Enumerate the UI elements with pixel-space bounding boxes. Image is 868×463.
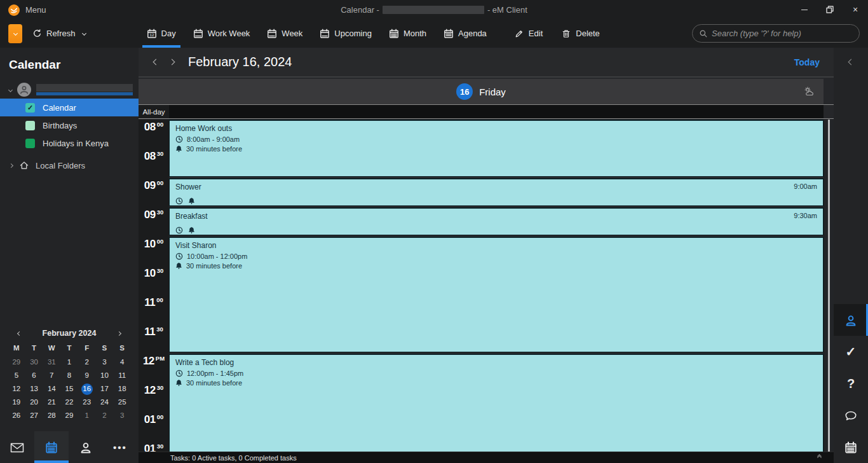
mini-calendar-day[interactable]: 12 <box>8 384 25 394</box>
scrollbar-thumb[interactable] <box>828 120 830 452</box>
tab-month[interactable]: Month <box>389 19 426 48</box>
mini-calendar-day[interactable]: 2 <box>78 357 96 368</box>
tab-work-week[interactable]: Work Week <box>193 19 250 48</box>
weather-icon[interactable] <box>803 85 815 97</box>
mini-calendar-day[interactable]: 29 <box>8 357 25 368</box>
sidebar-item-calendar[interactable]: ✓Calendar <box>0 99 139 116</box>
next-day-button[interactable] <box>169 59 175 66</box>
mini-calendar-day[interactable]: 22 <box>60 397 78 408</box>
mini-calendar-day[interactable]: 2 <box>96 410 114 421</box>
mini-calendar-day[interactable]: 29 <box>60 410 78 421</box>
calendar-event[interactable]: Shower9:00am <box>169 178 824 206</box>
app-nav-contacts[interactable] <box>69 431 103 463</box>
calendar-checkbox[interactable]: ✓ <box>25 103 35 113</box>
mini-calendar-day[interactable]: 17 <box>96 384 114 394</box>
mini-calendar-day[interactable]: 5 <box>8 370 25 381</box>
mini-calendar-day[interactable]: 6 <box>25 370 43 381</box>
clock-icon <box>175 224 183 235</box>
today-button[interactable]: Today <box>794 57 820 67</box>
day-header[interactable]: 16 Friday <box>139 79 824 104</box>
sidebar-item-birthdays[interactable]: Birthdays <box>0 116 139 134</box>
calendar-color-swatch[interactable] <box>25 139 35 148</box>
mini-calendar-day[interactable]: 21 <box>43 397 60 408</box>
calendar-event[interactable]: Write a Tech blog12:00pm - 1:45pm30 minu… <box>169 354 824 452</box>
more-icon: ••• <box>113 441 127 454</box>
rail-help-button[interactable]: ? <box>834 368 868 399</box>
mini-calendar-day[interactable]: 15 <box>60 384 78 394</box>
calendar-event[interactable]: Home Work outs8:00am - 9:00am30 minutes … <box>169 120 824 177</box>
mini-calendar-day[interactable]: 18 <box>113 384 131 394</box>
account-row[interactable] <box>0 81 139 99</box>
app-nav-more[interactable]: ••• <box>103 431 137 463</box>
rail-calendar-button[interactable] <box>834 431 868 463</box>
bell-icon <box>188 224 195 235</box>
collapse-status-icon[interactable] <box>818 457 821 459</box>
mini-calendar-day[interactable]: 3 <box>113 410 131 421</box>
mini-calendar-next-button[interactable] <box>117 331 121 335</box>
mini-calendar-prev-button[interactable] <box>17 331 22 335</box>
mini-calendar-day[interactable]: 4 <box>113 357 131 368</box>
mini-calendar-day[interactable]: 24 <box>96 397 114 408</box>
mini-calendar-day[interactable]: 25 <box>113 397 131 408</box>
tab-day[interactable]: 12Day <box>147 19 176 48</box>
new-button[interactable]: +New <box>8 24 22 43</box>
time-label: 0900 <box>139 178 169 207</box>
mini-calendar-day[interactable]: 3 <box>96 357 114 368</box>
refresh-button[interactable]: Refresh <box>32 29 86 38</box>
edit-button[interactable]: Edit <box>515 29 543 38</box>
mini-calendar-selected-day[interactable]: 16 <box>78 384 96 394</box>
mini-calendar-day[interactable]: 7 <box>43 370 60 381</box>
mini-calendar-day[interactable]: 19 <box>8 397 25 408</box>
mini-calendar-day[interactable]: 30 <box>25 357 43 368</box>
time-column: 0800083009000930100010301100113012PM1230… <box>139 120 169 452</box>
tab-upcoming[interactable]: Upcoming <box>320 19 372 48</box>
search-input[interactable] <box>712 29 853 38</box>
mini-calendar-day[interactable]: 27 <box>25 410 43 421</box>
mini-calendar-day[interactable]: 1 <box>60 357 78 368</box>
time-label: 0830 <box>139 149 169 178</box>
rail-tasks-button[interactable]: ✓ <box>834 336 868 368</box>
app-nav-mail[interactable] <box>0 431 34 463</box>
mini-calendar-day[interactable]: 23 <box>78 397 96 408</box>
rail-chat-button[interactable] <box>834 399 868 431</box>
tab-week[interactable]: Week <box>267 19 302 48</box>
mini-calendar-day[interactable]: 28 <box>43 410 60 421</box>
search-box[interactable] <box>692 24 860 43</box>
app-nav-calendar[interactable] <box>34 431 69 463</box>
all-day-events-area[interactable] <box>169 105 824 118</box>
delete-button[interactable]: Delete <box>562 29 600 38</box>
mini-calendar-day[interactable]: 13 <box>25 384 43 394</box>
vertical-scrollbar[interactable] <box>824 120 834 452</box>
mini-calendar-day[interactable]: 20 <box>25 397 43 408</box>
calendar-event[interactable]: Breakfast9:30am <box>169 207 824 235</box>
restore-button[interactable] <box>817 0 843 19</box>
refresh-dropdown-arrow[interactable] <box>81 31 86 36</box>
day-number-badge: 16 <box>456 83 473 100</box>
day-grid: 0800083009000930100010301100113012PM1230… <box>139 120 834 452</box>
mini-calendar-day[interactable]: 8 <box>60 370 78 381</box>
calendar-color-swatch[interactable] <box>25 121 35 130</box>
sidebar-item-local-folders[interactable]: Local Folders <box>0 156 139 175</box>
sidebar-item-holidays-in-kenya[interactable]: Holidays in Kenya <box>0 134 139 152</box>
collapse-panel-button[interactable] <box>834 55 868 67</box>
time-label: 0800 <box>139 120 169 149</box>
events-area[interactable]: Home Work outs8:00am - 9:00am30 minutes … <box>169 120 824 452</box>
mini-calendar-day[interactable]: 1 <box>78 410 96 421</box>
home-icon <box>19 160 29 170</box>
minimize-button[interactable] <box>792 0 817 19</box>
mini-calendar-day[interactable]: 26 <box>8 410 25 421</box>
close-button[interactable]: × <box>843 0 868 19</box>
mini-calendar-day[interactable]: 11 <box>113 370 131 381</box>
event-title: Home Work outs <box>170 121 823 134</box>
mini-calendar-day[interactable]: 10 <box>96 370 114 381</box>
mini-calendar-day[interactable]: 9 <box>78 370 96 381</box>
mini-calendar-day[interactable]: 14 <box>43 384 60 394</box>
calendar-event[interactable]: Visit Sharon10:00am - 12:00pm30 minutes … <box>169 237 824 352</box>
account-expand-icon[interactable] <box>8 87 13 92</box>
tab-agenda[interactable]: Agenda <box>444 19 487 48</box>
rail-contacts-button[interactable] <box>834 304 868 336</box>
new-dropdown-arrow[interactable] <box>8 24 22 43</box>
mini-calendar-day[interactable]: 31 <box>43 357 60 368</box>
clock-icon <box>175 369 183 377</box>
previous-day-button[interactable] <box>153 59 159 66</box>
